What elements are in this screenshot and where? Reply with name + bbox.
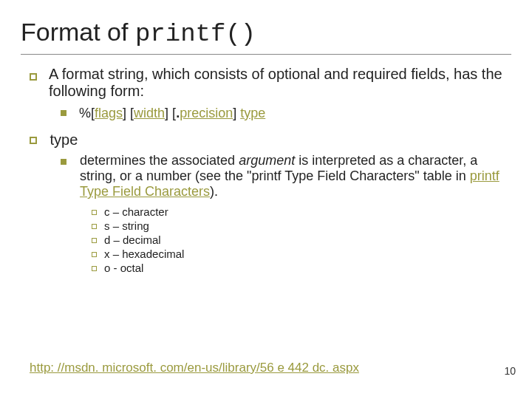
format-syntax: %[flags] [width] [.precision] type: [61, 106, 511, 121]
bullet-type: type determines the associated argument …: [30, 132, 511, 274]
det3: ).: [210, 184, 218, 199]
type-codes-list: c – character s – string d – decimal x –…: [61, 205, 511, 274]
fmt-b3: ]: [233, 106, 240, 120]
footer-link[interactable]: http: //msdn. microsoft. com/en-us/libra…: [30, 361, 359, 375]
det-arg: argument: [239, 153, 295, 168]
slide-title: Format of printf(): [21, 9, 511, 52]
type-c: c – character: [92, 205, 511, 218]
type-x: x – hexadecimal: [92, 248, 511, 260]
type-d: d – decimal: [92, 233, 511, 246]
type-s: s – string: [92, 219, 511, 232]
link-type[interactable]: type: [240, 106, 265, 120]
fmt-pct: %[: [79, 106, 95, 120]
link-width[interactable]: width: [134, 106, 165, 120]
title-rule: [21, 54, 511, 55]
fmt-b1: ] [: [123, 106, 134, 120]
link-flags[interactable]: flags: [95, 106, 123, 120]
bullet1-text: A format string, which consists of optio…: [49, 66, 502, 99]
bullet-list: A format string, which consists of optio…: [21, 68, 511, 274]
det1: determines the associated: [80, 153, 239, 168]
title-text: Format of: [21, 18, 135, 46]
title-code: printf(): [135, 20, 256, 48]
type-description: determines the associated argument is in…: [61, 154, 511, 274]
bullet2-text: type: [50, 132, 78, 148]
slide: Format of printf() A format string, whic…: [0, 0, 532, 399]
page-number: 10: [504, 365, 516, 377]
fmt-b2: ] [: [165, 106, 176, 120]
type-o: o - octal: [92, 262, 511, 274]
bullet-format-string: A format string, which consists of optio…: [30, 68, 511, 121]
link-precision[interactable]: precision: [180, 106, 233, 120]
